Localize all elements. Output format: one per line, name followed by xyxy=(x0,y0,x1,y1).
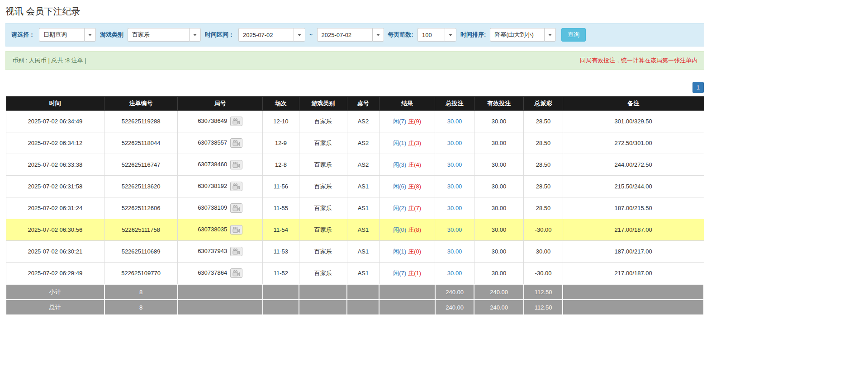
video-replay-button[interactable] xyxy=(230,138,242,148)
cell-bet-id: 522625116747 xyxy=(104,154,178,176)
date-to-input[interactable] xyxy=(317,28,372,42)
total-bet-link[interactable]: 30.00 xyxy=(447,270,462,277)
date-from-combobox[interactable] xyxy=(238,28,305,42)
video-replay-button[interactable] xyxy=(230,203,242,213)
cell-valid-bet: 30.00 xyxy=(474,263,524,285)
cell-bet-id: 522625109770 xyxy=(104,263,178,285)
per-page-combobox[interactable] xyxy=(417,28,456,42)
total-bet-link[interactable]: 30.00 xyxy=(447,183,462,190)
cell-game-type: 百家乐 xyxy=(299,241,347,263)
total-bet-link[interactable]: 30.00 xyxy=(447,248,462,255)
cell-session: 12-10 xyxy=(263,111,299,132)
sort-label: 时间排序: xyxy=(460,31,486,39)
header-result: 结果 xyxy=(379,97,435,111)
sort-input[interactable] xyxy=(490,28,544,42)
video-replay-button[interactable] xyxy=(230,182,242,191)
subtotal-row: 小计 8 240.00 240.00 112.50 xyxy=(6,284,704,300)
caret-down-icon xyxy=(88,34,92,36)
video-camera-icon xyxy=(232,206,240,213)
result-player: 闲(6) xyxy=(393,183,406,190)
date-range-tilde: ~ xyxy=(309,32,313,38)
header-total-bet: 总投注 xyxy=(435,97,474,111)
cell-result: 闲(6)庄(8) xyxy=(379,176,435,197)
video-replay-button[interactable] xyxy=(230,160,242,169)
caret-down-icon xyxy=(376,34,380,36)
table-row: 2025-07-02 06:31:58 522625113620 6307381… xyxy=(6,176,704,197)
table-row: 2025-07-02 06:31:24 522625112606 6307381… xyxy=(6,197,704,219)
total-bet-link[interactable]: 30.00 xyxy=(447,140,462,146)
date-to-combobox[interactable] xyxy=(317,28,384,42)
round-id-text: 630738557 xyxy=(198,139,227,146)
game-type-dropdown-button[interactable] xyxy=(189,28,201,42)
page-title: 视讯 会员下注纪录 xyxy=(5,5,704,18)
cell-payout: -30.00 xyxy=(524,263,563,285)
round-id-text: 630737943 xyxy=(198,248,227,254)
video-camera-icon xyxy=(232,271,240,278)
cell-payout: 28.50 xyxy=(524,154,563,176)
cell-game-type: 百家乐 xyxy=(299,111,347,132)
cell-valid-bet: 30.00 xyxy=(474,132,524,154)
cell-session: 12-8 xyxy=(263,154,299,176)
per-page-input[interactable] xyxy=(417,28,445,42)
query-type-dropdown-button[interactable] xyxy=(84,28,96,42)
table-body: 2025-07-02 06:34:49 522625119288 6307386… xyxy=(6,111,704,285)
cell-bet-id: 522625118044 xyxy=(104,132,178,154)
page-1-button[interactable]: 1 xyxy=(693,82,704,93)
result-banker: 庄(9) xyxy=(408,118,421,125)
query-type-combobox[interactable] xyxy=(39,28,96,42)
valid-bet-notice-text: 同局有效投注，统一计算在该局第一张注单内 xyxy=(580,56,697,65)
video-replay-button[interactable] xyxy=(230,225,242,235)
video-camera-icon xyxy=(232,119,240,126)
cell-session: 11-53 xyxy=(263,241,299,263)
video-replay-button[interactable] xyxy=(230,268,242,278)
result-banker: 庄(7) xyxy=(408,205,421,211)
search-button[interactable]: 查询 xyxy=(561,28,586,42)
per-page-dropdown-button[interactable] xyxy=(445,28,456,42)
subtotal-empty xyxy=(379,284,435,300)
cell-result: 闲(7)庄(9) xyxy=(379,111,435,132)
table-footer: 小计 8 240.00 240.00 112.50 总计 8 xyxy=(6,284,704,315)
cell-bet-id: 522625111758 xyxy=(104,219,178,241)
cell-session: 11-55 xyxy=(263,197,299,219)
subtotal-empty xyxy=(563,284,704,300)
cell-time: 2025-07-02 06:34:49 xyxy=(6,111,104,132)
cell-game-type: 百家乐 xyxy=(299,219,347,241)
subtotal-count: 8 xyxy=(104,284,178,300)
date-to-dropdown-button[interactable] xyxy=(372,28,384,42)
header-table-no: 桌号 xyxy=(347,97,379,111)
cell-game-type: 百家乐 xyxy=(299,263,347,285)
table-row: 2025-07-02 06:29:49 522625109770 6307378… xyxy=(6,263,704,285)
cell-bet-id: 522625110689 xyxy=(104,241,178,263)
total-bet-link[interactable]: 30.00 xyxy=(447,226,462,233)
date-from-input[interactable] xyxy=(238,28,294,42)
cell-total-bet: 30.00 xyxy=(435,263,474,285)
total-valid-bet: 240.00 xyxy=(474,300,524,315)
cell-bet-id: 522625119288 xyxy=(104,111,178,132)
video-replay-button[interactable] xyxy=(230,247,242,256)
date-from-dropdown-button[interactable] xyxy=(294,28,305,42)
cell-round-id: 630737864 xyxy=(178,263,263,285)
query-type-input[interactable] xyxy=(39,28,84,42)
sort-dropdown-button[interactable] xyxy=(544,28,556,42)
per-page-label: 每页笔数: xyxy=(388,31,413,39)
total-count: 8 xyxy=(104,300,178,315)
cell-session: 12-9 xyxy=(263,132,299,154)
sort-combobox[interactable] xyxy=(490,28,556,42)
header-note: 备注 xyxy=(563,97,704,111)
game-type-combobox[interactable] xyxy=(128,28,201,42)
result-player: 闲(1) xyxy=(393,248,406,255)
total-bet-link[interactable]: 30.00 xyxy=(447,205,462,211)
cell-table-no: AS2 xyxy=(347,154,379,176)
round-id-text: 630738192 xyxy=(198,183,227,189)
cell-table-no: AS1 xyxy=(347,263,379,285)
result-banker: 庄(1) xyxy=(408,270,421,277)
total-bet-link[interactable]: 30.00 xyxy=(447,118,462,125)
cell-round-id: 630738557 xyxy=(178,132,263,154)
game-type-input[interactable] xyxy=(128,28,189,42)
cell-valid-bet: 30.00 xyxy=(474,197,524,219)
total-bet-link[interactable]: 30.00 xyxy=(447,161,462,168)
cell-time: 2025-07-02 06:30:21 xyxy=(6,241,104,263)
video-replay-button[interactable] xyxy=(230,117,242,126)
filter-bar: 请选择： 游戏类别 时间区间： ~ 每页笔数: 时间排序: xyxy=(5,23,704,47)
result-player: 闲(2) xyxy=(393,205,406,211)
